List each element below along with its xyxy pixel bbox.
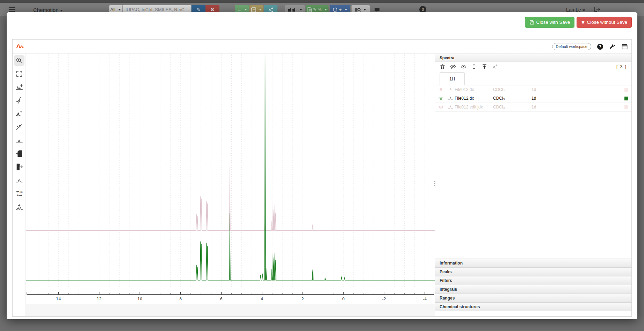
svg-text:12: 12 xyxy=(97,297,102,301)
import-tool-icon[interactable] xyxy=(14,148,24,159)
spectrum-type-icon xyxy=(447,96,455,101)
plus-icon: + xyxy=(339,7,342,12)
spectrum-row[interactable]: File012.edit.jdxCDCl₃1d xyxy=(435,103,631,112)
rangesm-icon[interactable] xyxy=(492,64,498,70)
notification-badge[interactable]: 0 xyxy=(419,6,426,13)
spectra-panel-header[interactable]: Spectra xyxy=(435,54,631,62)
settings-wrench-icon[interactable] xyxy=(609,43,616,50)
user-menu[interactable]: Lan Le xyxy=(566,7,585,13)
visibility-eye-icon[interactable] xyxy=(435,105,447,110)
svg-text:0: 0 xyxy=(342,297,345,301)
chevron-down-icon xyxy=(299,9,302,10)
accordion-peaks[interactable]: Peaks xyxy=(435,267,631,276)
spectrum-name: File012.dx xyxy=(455,87,490,92)
workspace-selector[interactable]: Default workspace xyxy=(552,43,592,50)
modal-header: Close with Save ✖ Close without Save xyxy=(7,12,637,39)
updown-icon[interactable] xyxy=(471,64,477,70)
accordion-integrals[interactable]: Integrals xyxy=(435,285,631,294)
integral-tool-icon[interactable] xyxy=(14,95,24,106)
nmrium-logo-icon xyxy=(16,43,24,50)
window-top-strip xyxy=(0,0,644,3)
spectrum-solvent: CDCl₃ xyxy=(490,105,528,110)
spectrum-color-swatch[interactable] xyxy=(624,105,628,109)
save-icon xyxy=(529,20,534,25)
visibility-eye-icon[interactable] xyxy=(435,87,447,92)
chart-column: 14121086420-2-4 xyxy=(26,54,435,316)
spectrum-dimension: 1d xyxy=(528,85,614,94)
percent-icon: % xyxy=(318,7,321,12)
apodization-tool-icon[interactable] xyxy=(14,175,24,185)
export-tool-icon[interactable] xyxy=(14,162,24,172)
tab-1h[interactable]: 1H xyxy=(440,72,465,85)
chevron-down-icon xyxy=(118,9,121,10)
eyeoff-icon[interactable] xyxy=(450,64,456,70)
pencil-icon: ✎ xyxy=(197,7,201,12)
document-icon xyxy=(307,7,312,12)
aligntop-icon[interactable] xyxy=(482,64,487,70)
screen: { "topbar": { "brand": "Chemotion", "sea… xyxy=(0,0,644,331)
inbox-icon xyxy=(374,7,380,13)
baseline-tool-icon[interactable] xyxy=(14,135,24,146)
accordion-list: InformationPeaksFiltersIntegralsRangesCh… xyxy=(435,259,631,311)
sign-out-icon xyxy=(594,6,600,12)
nmrium-footer xyxy=(26,304,435,316)
box-minus-icon xyxy=(251,7,256,12)
accordion-filters[interactable]: Filters xyxy=(435,276,631,285)
svg-text:Re: Re xyxy=(16,194,20,197)
zoom-tool-icon[interactable] xyxy=(14,55,24,66)
chevron-down-icon xyxy=(583,9,585,11)
spectrum-name: File012.dx xyxy=(455,96,490,101)
range-tool-icon[interactable] xyxy=(14,108,24,119)
trash-icon[interactable] xyxy=(440,64,446,70)
spectrum-color-swatch[interactable] xyxy=(624,97,628,100)
spectra-toolbar: [ 3 ] xyxy=(435,62,631,71)
spectrum-trace-hidden xyxy=(26,167,435,230)
chevron-down-icon xyxy=(324,9,327,10)
spectra-list: File012.dxCDCl₃1dFile012.dxCDCl₃1dFile01… xyxy=(435,85,631,112)
zone-tool-icon[interactable] xyxy=(14,122,24,132)
close-with-save-button[interactable]: Close with Save xyxy=(525,17,575,28)
chevron-down-icon xyxy=(244,9,247,10)
accordion-chemical-structures[interactable]: Chemical structures xyxy=(435,302,631,311)
spectra-editor-modal: Close with Save ✖ Close without Save Def… xyxy=(7,12,637,319)
spectrum-chart[interactable]: 14121086420-2-4 xyxy=(26,54,435,304)
imre-tool-icon[interactable]: ImRe xyxy=(14,188,24,199)
spectrum-row[interactable]: File012.dxCDCl₃1d xyxy=(435,94,631,103)
svg-text:?: ? xyxy=(599,44,601,49)
barcode-icon xyxy=(355,7,361,12)
chevron-down-icon xyxy=(363,9,366,10)
svg-text:Im: Im xyxy=(19,191,22,193)
spectrum-solvent: CDCl₃ xyxy=(490,87,528,92)
spectrum-dimension: 1d xyxy=(528,103,614,111)
spectrum-name: File012.edit.jdx xyxy=(455,105,490,110)
peak-tool-icon[interactable] xyxy=(14,82,24,92)
panel-spacer xyxy=(435,112,631,259)
right-panel: Spectra [ 3 ] 1H File012.dxCDCl₃1dFile01… xyxy=(435,54,631,316)
export-samples-icon xyxy=(288,7,297,12)
expand-tool-icon[interactable] xyxy=(14,69,24,79)
hexagon-icon xyxy=(333,7,338,12)
nmrium-body: ImRe 14121086420-2-4 Spectra [ 3 ] 1H Fi… xyxy=(13,54,631,316)
nmrium-toolbar: ImRe xyxy=(13,54,26,316)
spectrum-row[interactable]: File012.dxCDCl₃1d xyxy=(435,85,631,94)
pencil-icon: ✎ xyxy=(313,7,316,12)
spectrum-color-swatch[interactable] xyxy=(624,88,628,92)
chevron-down-icon xyxy=(60,10,63,12)
nucleus-tab-row: 1H xyxy=(435,71,631,85)
panel-resize-handle[interactable] xyxy=(434,179,436,188)
svg-text:-4: -4 xyxy=(423,297,427,301)
svg-text:2: 2 xyxy=(302,297,304,301)
close-without-save-button[interactable]: ✖ Close without Save xyxy=(577,17,632,28)
svg-text:-2: -2 xyxy=(382,297,386,301)
nmrium-viewer: Default workspace ? ImRe 14121086420-2-4… xyxy=(12,39,632,317)
chevron-down-icon xyxy=(259,9,262,10)
eye-icon[interactable] xyxy=(461,64,466,70)
help-icon[interactable]: ? xyxy=(597,43,603,50)
accordion-ranges[interactable]: Ranges xyxy=(435,294,631,302)
accordion-information[interactable]: Information xyxy=(435,259,631,267)
spectrum-type-icon xyxy=(447,87,455,92)
svg-text:14: 14 xyxy=(56,297,61,301)
layout-window-icon[interactable] xyxy=(621,43,628,50)
ft-tool-icon[interactable] xyxy=(14,202,24,212)
visibility-eye-icon[interactable] xyxy=(435,96,447,101)
